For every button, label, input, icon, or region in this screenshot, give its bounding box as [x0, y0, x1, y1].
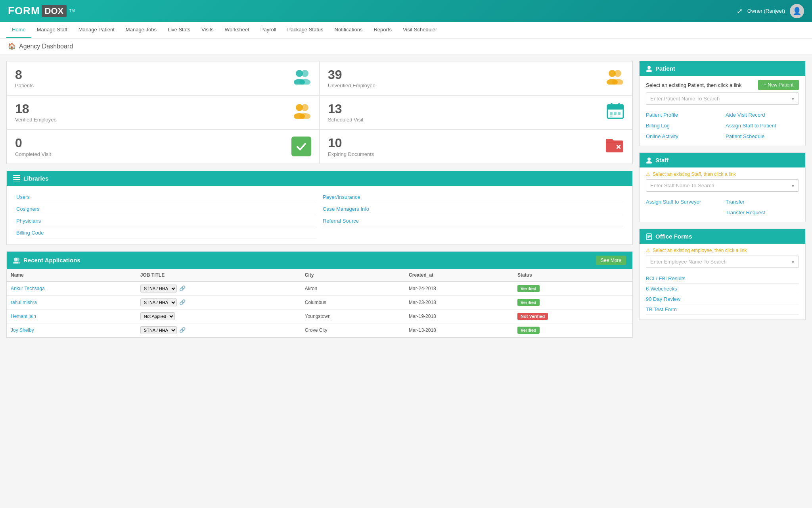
svg-point-1 — [301, 70, 308, 77]
staff-warning: ⚠ Select an existing Staff, then click a… — [640, 167, 805, 179]
user-label: Owner (Ranjeet) — [747, 8, 785, 14]
stat-unverified-number: 39 — [328, 68, 375, 82]
row-city-joy: Grove City — [301, 323, 405, 337]
stat-completed: 0 Completed Visit — [7, 129, 320, 164]
nav-item-home[interactable]: Home — [6, 22, 31, 38]
patient-subtitle: Select an existing Patient, then click a… — [646, 82, 741, 88]
svg-rect-18 — [618, 112, 620, 115]
svg-rect-21 — [13, 177, 20, 178]
home-icon: 🏠 — [8, 42, 16, 50]
online-activity-link[interactable]: Online Activity — [646, 132, 719, 141]
external-link-icon[interactable]: 🔗 — [179, 327, 186, 333]
row-name-joy[interactable]: Joy Shelby — [11, 327, 34, 333]
stat-expiring-text: 10 Expiring Documents — [328, 136, 374, 157]
aide-visit-record-link[interactable]: Aide Visit Record — [726, 110, 799, 119]
nav-item-worksheet[interactable]: Worksheet — [219, 22, 255, 38]
avatar[interactable]: 👤 — [790, 4, 804, 18]
status-badge-hemant: Not Verified — [517, 313, 548, 320]
billing-log-link[interactable]: Billing Log — [646, 121, 719, 130]
warning-icon-office: ⚠ — [646, 248, 650, 253]
office-forms-search-wrapper[interactable]: Enter Employee Name To Search — [646, 256, 799, 268]
stat-patients-label: Patients — [15, 83, 34, 89]
col-job: JOB TITLE — [136, 269, 301, 281]
job-select-ankur[interactable]: STNA / HHA — [140, 285, 177, 292]
stat-completed-label: Completed Visit — [15, 151, 51, 157]
transfer-request-link[interactable]: Transfer Request — [726, 208, 799, 217]
lib-billing-code[interactable]: Billing Code — [16, 227, 316, 239]
svg-rect-34 — [647, 236, 651, 237]
job-select-rahul[interactable]: STNA / HHA — [140, 298, 177, 306]
office-forms-title: Office Forms — [655, 233, 692, 240]
staff-panel: Staff ⚠ Select an existing Staff, then c… — [639, 152, 806, 222]
staff-search-wrapper[interactable]: Enter Staff Name To Search — [646, 179, 799, 192]
tb-test-form-link[interactable]: TB Test Form — [646, 304, 799, 315]
logo-dox-text: DOX — [42, 5, 67, 17]
nav-item-manage-staff[interactable]: Manage Staff — [31, 22, 73, 38]
row-city-ankur: Akron — [301, 281, 405, 296]
warning-icon: ⚠ — [646, 171, 650, 177]
patient-search-wrapper[interactable]: Enter Patient Name To Search — [646, 92, 799, 105]
see-more-button[interactable]: See More — [596, 256, 626, 265]
office-forms-search-select[interactable]: Enter Employee Name To Search — [646, 256, 799, 268]
libraries-title: Libraries — [23, 175, 48, 182]
svg-rect-15 — [618, 103, 620, 107]
svg-point-25 — [16, 257, 19, 261]
lib-payer-insurance[interactable]: Payer/Insurance — [323, 191, 623, 203]
nav-item-payroll[interactable]: Payroll — [255, 22, 282, 38]
row-name-hemant[interactable]: Hemant jain — [11, 314, 36, 319]
lib-case-managers[interactable]: Case Managers Info — [323, 203, 623, 215]
table-header: Name JOB TITLE City Created_at Status — [7, 269, 632, 281]
nav-item-reports[interactable]: Reports — [368, 22, 397, 38]
svg-rect-33 — [647, 235, 651, 236]
staff-search-select[interactable]: Enter Staff Name To Search — [646, 179, 799, 192]
stat-scheduled-number: 13 — [328, 102, 363, 116]
row-name-rahul[interactable]: rahul mishra — [11, 300, 37, 305]
nav-item-live-stats[interactable]: Live Stats — [162, 22, 196, 38]
patient-schedule-link[interactable]: Patient Schedule — [726, 132, 799, 141]
stat-verified-text: 18 Verified Employee — [15, 102, 57, 123]
patient-profile-link[interactable]: Patient Profile — [646, 110, 719, 119]
assign-staff-surveyor-link[interactable]: Assign Staff to Surveyor — [646, 197, 719, 206]
nav-item-visits[interactable]: Visits — [196, 22, 219, 38]
staff-warning-text: Select an existing Staff, then click a l… — [653, 171, 736, 177]
table-row: Joy Shelby STNA / HHA 🔗 Grove City Mar-1… — [7, 323, 632, 337]
expand-icon[interactable]: ⤢ — [737, 7, 743, 15]
transfer-link[interactable]: Transfer — [726, 197, 799, 206]
svg-point-28 — [647, 66, 651, 69]
table-row: Hemant jain Not Applied Youngstown Mar-1… — [7, 309, 632, 323]
col-city: City — [301, 269, 405, 281]
webchecks-link[interactable]: 6-Webchecks — [646, 284, 799, 294]
nav-item-notifications[interactable]: Notifications — [329, 22, 368, 38]
external-link-icon[interactable]: 🔗 — [179, 285, 186, 291]
nav-item-manage-jobs[interactable]: Manage Jobs — [120, 22, 162, 38]
patient-search-select[interactable]: Enter Patient Name To Search — [646, 92, 799, 105]
nav-item-package-status[interactable]: Package Status — [282, 22, 329, 38]
status-badge-joy: Verified — [517, 327, 540, 334]
logo[interactable]: FORM DOX TM — [8, 5, 75, 17]
stat-expiring-number: 10 — [328, 136, 374, 150]
lib-referral-source[interactable]: Referral Source — [323, 215, 623, 227]
nav-item-manage-patient[interactable]: Manage Patient — [73, 22, 120, 38]
row-date-hemant: Mar-19-2018 — [405, 309, 513, 323]
patient-panel-header: Patient — [640, 61, 805, 76]
lib-cosigners[interactable]: Cosigners — [16, 203, 316, 215]
assign-staff-patient-link[interactable]: Assign Staff to Patient — [726, 121, 799, 130]
external-link-icon[interactable]: 🔗 — [179, 299, 186, 305]
table-row: Ankur Techsaga STNA / HHA 🔗 Akron Mar-24… — [7, 281, 632, 296]
bci-fbi-results-link[interactable]: BCI / FBI Results — [646, 273, 799, 284]
patient-panel: Patient Select an existing Patient, then… — [639, 61, 806, 146]
lib-users[interactable]: Users — [16, 191, 316, 203]
svg-rect-20 — [13, 175, 20, 176]
day-review-link[interactable]: 90 Day Review — [646, 294, 799, 304]
row-city-hemant: Youngstown — [301, 309, 405, 323]
recent-applications-panel: Recent Applications See More Name JOB TI… — [6, 251, 633, 338]
nav-item-visit-scheduler[interactable]: Visit Scheduler — [397, 22, 442, 38]
row-date-rahul: Mar-23-2018 — [405, 295, 513, 309]
job-select-joy[interactable]: STNA / HHA — [140, 326, 177, 334]
job-select-hemant[interactable]: Not Applied — [140, 312, 175, 320]
new-patient-button[interactable]: + New Patient — [758, 80, 799, 90]
svg-point-30 — [647, 158, 651, 161]
lib-physicians[interactable]: Physicians — [16, 215, 316, 227]
row-name-ankur[interactable]: Ankur Techsaga — [11, 286, 45, 291]
libraries-col2: Payer/Insurance Case Managers Info Refer… — [320, 191, 626, 239]
